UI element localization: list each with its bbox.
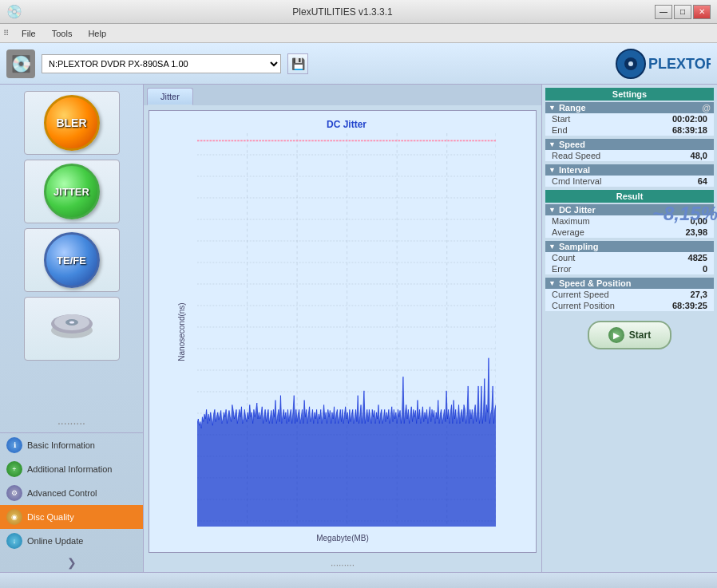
maximum-row: Maximum 0,00 [545,215,714,227]
svg-point-8 [69,322,74,324]
disc-icon[interactable] [44,301,100,357]
current-speed-row: Current Speed 27,3 [545,289,714,300]
tefe-label: TE/FE [57,255,86,266]
bler-label: BLER [56,116,86,129]
start-icon: ▶ [608,327,624,343]
additional-info-label: Additional Information [27,464,112,474]
sidebar-item-basic-info[interactable]: ℹ Basic Information [0,433,143,457]
chart-inner: DC Jitter Nanosecond(ns) Megabyte(MB) [149,110,537,553]
start-button-area: ▶ Start [545,314,714,356]
y-axis-label: Nanosecond(ns) [177,302,186,361]
speed-header: ▼ Speed [545,139,714,150]
dc-jitter-header: ▼ DC Jitter [545,204,714,215]
count-row: Count 4825 [545,252,714,263]
svg-text:PLEXTOR: PLEXTOR [648,56,711,72]
sidebar-item-online-update[interactable]: ↓ Online Update [0,529,143,553]
range-end-row: End 68:39:18 [545,124,714,136]
basic-info-label: Basic Information [27,440,95,450]
advanced-control-label: Advanced Control [27,488,97,498]
advanced-control-icon: ⚙ [6,485,22,501]
tab-jitter[interactable]: Jitter [147,88,193,105]
interval-header: ▼ Interval [545,164,714,176]
start-label: Start [629,330,651,341]
sidebar-item-disc-quality[interactable]: ◉ Disc Quality [0,505,143,529]
chart-title: DC Jitter [197,119,496,130]
menu-help[interactable]: Help [81,27,113,40]
read-speed-row: Read Speed 48,0 [545,150,714,161]
start-button[interactable]: ▶ Start [588,321,671,349]
disc-quality-icon: ◉ [6,509,22,525]
plextor-logo: PLEXTOR [615,48,711,80]
range-header: ▼ Range @ [545,102,714,113]
drive-selector[interactable]: N:PLEXTOR DVDR PX-890SA 1.00 [42,54,281,73]
online-update-icon: ↓ [6,533,22,549]
error-row: Error 0 [545,263,714,274]
chart-container: DC Jitter Nanosecond(ns) Megabyte(MB) [144,105,541,558]
jitter-disc-icon[interactable]: JITTER [44,164,100,219]
minimize-button[interactable]: — [655,5,672,19]
tab-bar: Jitter [144,85,541,105]
sidebar-item-additional-info[interactable]: + Additional Information [0,457,143,481]
right-panel: Settings ▼ Range @ Start 00:02:00 End 68… [541,85,717,572]
sampling-header: ▼ Sampling [545,241,714,252]
bler-disc-icon[interactable]: BLER [44,95,100,151]
jitter-button[interactable]: JITTER [24,160,120,223]
jitter-label: JITTER [53,186,89,198]
sidebar-expand-arrow[interactable]: ❯ [0,553,143,572]
x-axis-label: Megabyte(MB) [316,534,369,543]
menu-bar: ⠿ File Tools Help [0,24,717,43]
menu-tools[interactable]: Tools [46,27,79,40]
online-update-label: Online Update [27,536,83,546]
sidebar: BLER JITTER TE/FE [0,85,144,572]
bler-button[interactable]: BLER [24,91,120,155]
app-title: PlexUTILITIES v1.3.3.1 [30,6,655,18]
content-area: Jitter DC Jitter Nanosecond(ns) Megabyte… [144,85,541,572]
cmd-interval-row: Cmd Interval 64 [545,176,714,187]
tefe-button[interactable]: TE/FE [24,228,120,292]
sidebar-navigation: ℹ Basic Information + Additional Informa… [0,432,143,553]
title-bar: 💿 PlexUTILITIES v1.3.3.1 — □ ✕ [0,0,717,24]
close-button[interactable]: ✕ [693,5,711,19]
sidebar-item-advanced-control[interactable]: ⚙ Advanced Control [0,481,143,505]
drive-icon: 💽 [6,49,35,78]
current-position-row: Current Position 68:39:25 [545,300,714,311]
save-button[interactable]: 💾 [287,53,308,74]
sidebar-dots-top: ········· [0,413,143,432]
svg-point-2 [628,61,633,66]
disc-quality-label: Disc Quality [27,512,74,522]
average-row: Average 23,98 ~8,15% [545,227,714,238]
toolbar: 💽 N:PLEXTOR DVDR PX-890SA 1.00 💾 PLEXTOR [0,43,717,85]
basic-info-icon: ℹ [6,437,22,453]
bottom-dots: ········· [144,558,541,572]
range-start-row: Start 00:02:00 [545,113,714,124]
additional-info-icon: + [6,461,22,477]
result-header: Result [545,190,714,203]
status-bar [0,572,717,588]
maximize-button[interactable]: □ [674,5,691,19]
disc-scan-button[interactable] [24,297,120,361]
jitter-chart: 34 32 30 28 26 24 22 20 18 16 14 12 10 8 [197,133,496,527]
speed-pos-header: ▼ Speed & Position [545,278,714,289]
menu-file[interactable]: File [15,27,42,40]
tefe-disc-icon[interactable]: TE/FE [44,232,100,288]
at-symbol: @ [702,103,711,112]
settings-header: Settings [545,88,714,101]
